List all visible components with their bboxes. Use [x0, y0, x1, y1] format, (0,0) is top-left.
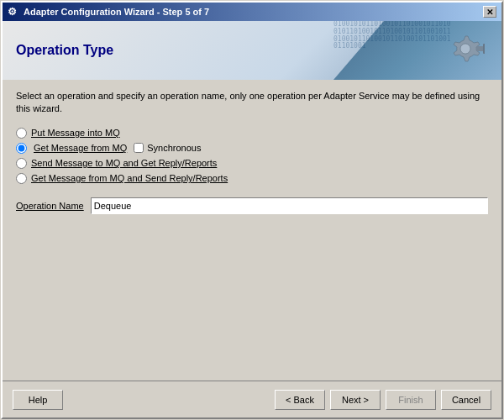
close-button[interactable]: ✕ — [483, 6, 496, 18]
radio-getreply[interactable] — [16, 173, 27, 184]
radio-group: Put Message into MQ Get Message from MQ … — [16, 128, 488, 184]
digital-pattern: 0100101011010010110100101101001011010010… — [333, 21, 451, 80]
svg-point-0 — [460, 44, 470, 54]
inline-row: Get Message from MQ Synchronous — [16, 143, 201, 154]
main-body: Select an operation and specify an opera… — [3, 80, 501, 381]
window-title: Adapter Configuration Wizard - Step 5 of… — [24, 7, 209, 17]
synchronous-container: Synchronous — [134, 143, 201, 153]
gear-icon — [443, 28, 485, 70]
finish-button[interactable]: Finish — [386, 390, 436, 410]
wizard-icon: ⚙ — [8, 6, 19, 18]
operation-name-input[interactable] — [91, 197, 488, 214]
radio-send-label[interactable]: Send Message to MQ and Get Reply/Reports — [31, 158, 217, 168]
svg-rect-2 — [483, 44, 485, 54]
help-button[interactable]: Help — [13, 390, 63, 410]
main-window: ⚙ Adapter Configuration Wizard - Step 5 … — [1, 1, 503, 419]
button-bar: Help < Back Next > Finish Cancel — [3, 381, 501, 417]
content-area: Operation Type 0100101011010010110100101… — [3, 21, 501, 417]
operation-name-label: Operation Name — [16, 201, 84, 211]
radio-item-getreply: Get Message from MQ and Send Reply/Repor… — [16, 173, 488, 184]
radio-send[interactable] — [16, 158, 27, 169]
header-banner: Operation Type 0100101011010010110100101… — [3, 21, 501, 80]
title-bar-left: ⚙ Adapter Configuration Wizard - Step 5 … — [8, 6, 209, 18]
radio-item-send: Send Message to MQ and Get Reply/Reports — [16, 158, 488, 169]
gear-icon-container — [443, 28, 485, 72]
next-button[interactable]: Next > — [330, 390, 381, 410]
page-title: Operation Type — [16, 43, 113, 58]
synchronous-checkbox[interactable] — [134, 143, 144, 153]
operation-name-row: Operation Name — [16, 197, 488, 214]
cancel-button[interactable]: Cancel — [441, 390, 491, 410]
radio-put[interactable] — [16, 128, 27, 139]
radio-getreply-label[interactable]: Get Message from MQ and Send Reply/Repor… — [31, 173, 228, 183]
description-text: Select an operation and specify an opera… — [16, 90, 488, 116]
radio-get[interactable] — [16, 143, 27, 154]
radio-get-label[interactable]: Get Message from MQ — [34, 143, 127, 153]
radio-put-label[interactable]: Put Message into MQ — [31, 128, 120, 138]
title-bar: ⚙ Adapter Configuration Wizard - Step 5 … — [3, 3, 501, 21]
radio-item-get: Get Message from MQ Synchronous — [16, 143, 488, 154]
synchronous-label[interactable]: Synchronous — [147, 143, 201, 153]
radio-item-put: Put Message into MQ — [16, 128, 488, 139]
back-button[interactable]: < Back — [275, 390, 325, 410]
